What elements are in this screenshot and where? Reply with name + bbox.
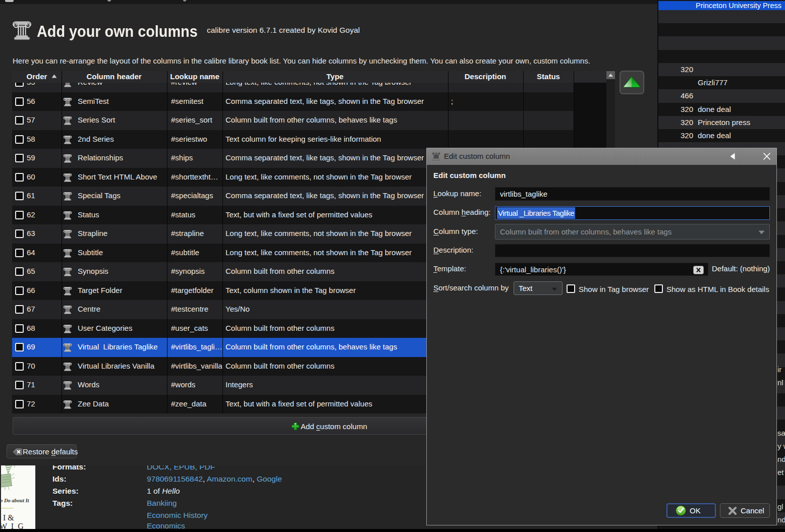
- svg-text:o Do about It: o Do about It: [1, 498, 30, 503]
- svg-text:I &: I &: [3, 513, 14, 522]
- svg-text:W I G: W I G: [1, 522, 25, 529]
